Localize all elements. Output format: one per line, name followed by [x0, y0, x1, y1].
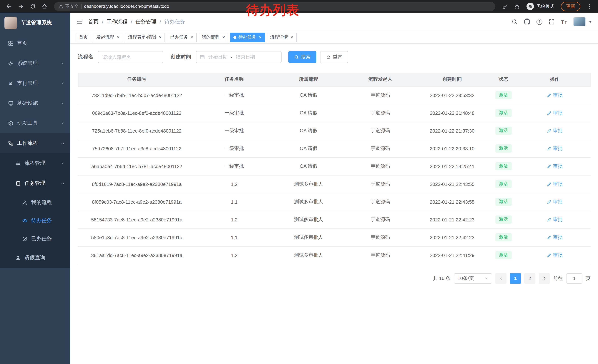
approve-link[interactable]: 审批 [547, 127, 562, 134]
sidebar-item-2[interactable]: ¥支付管理 [0, 73, 70, 93]
pagination: 共 16 条 10条/页 1 2 [78, 273, 590, 283]
navbar-actions: ? TT [512, 17, 592, 26]
approve-link[interactable]: 审批 [547, 110, 562, 116]
approve-link[interactable]: 审批 [547, 252, 562, 259]
home-icon[interactable] [39, 1, 50, 11]
font-size-icon[interactable]: TT [561, 19, 567, 24]
close-icon[interactable]: × [159, 35, 162, 40]
approve-link[interactable]: 审批 [547, 145, 562, 152]
breadcrumb-separator: / [102, 19, 103, 25]
search-icon[interactable] [512, 19, 517, 25]
kebab-menu-icon[interactable] [584, 1, 594, 11]
approve-link[interactable]: 审批 [547, 163, 562, 170]
sidebar-item-4[interactable]: 研发工具 [0, 113, 70, 133]
approve-link[interactable]: 审批 [547, 92, 562, 98]
cell-initiator: 芋道源码 [344, 246, 416, 264]
back-icon[interactable] [4, 1, 14, 11]
pen-icon [547, 253, 551, 257]
forward-icon[interactable] [16, 1, 26, 11]
tab-label: 首页 [79, 34, 88, 40]
bookmark-star-icon[interactable] [512, 1, 522, 11]
status-badge: 激活 [495, 127, 512, 135]
breadcrumb-item-0[interactable]: 首页 [88, 18, 99, 25]
next-page-button[interactable] [539, 273, 550, 283]
breadcrumb-item-1[interactable]: 工作流程 [107, 18, 127, 25]
cell-id: 381aa1dd-7ac8-11ec-a9e2-a2380e71991a [78, 246, 196, 264]
cell-id: 069c6a63-7b8a-11ec-8ef0-acde48001122 [78, 104, 196, 122]
page-size-select[interactable]: 10条/页 [454, 273, 492, 283]
chevron-down-icon [61, 81, 65, 85]
close-icon[interactable]: × [259, 35, 262, 40]
approve-link[interactable]: 审批 [547, 181, 562, 187]
prev-page-button[interactable] [495, 273, 507, 283]
sidebar-item-3[interactable]: 基础设施 [0, 93, 70, 113]
tab-0[interactable]: 首页 [75, 32, 91, 42]
help-icon[interactable]: ? [536, 19, 542, 25]
page-button-2[interactable]: 2 [524, 273, 535, 283]
avatar[interactable] [573, 17, 586, 26]
tab-4[interactable]: 我的流程× [199, 32, 228, 42]
incognito-label: 无痕模式 [537, 3, 554, 9]
sidebar-item-9[interactable]: 待办任务 [0, 211, 70, 230]
cell-initiator: 芋道源码 [344, 86, 416, 104]
cell-process: 测试多审批人 [273, 228, 345, 246]
sidebar-item-11[interactable]: 请假查询 [0, 248, 70, 268]
approve-link[interactable]: 审批 [547, 234, 562, 241]
breadcrumb-item-3: 待办任务 [164, 18, 185, 25]
close-icon[interactable]: × [222, 35, 225, 40]
approve-link[interactable]: 审批 [547, 198, 562, 205]
tab-label: 我的流程 [202, 34, 220, 40]
hamburger-icon[interactable] [76, 18, 83, 25]
sidebar-item-8[interactable]: 我的流程 [0, 193, 70, 211]
fullscreen-icon[interactable] [548, 19, 555, 25]
tab-3[interactable]: 已办任务× [167, 32, 197, 42]
search-button[interactable]: 搜索 [288, 51, 316, 63]
process-name-label: 流程名 [78, 54, 93, 60]
security-status[interactable]: 不安全 [58, 3, 79, 9]
tab-2[interactable]: 流程表单-编辑× [125, 32, 165, 42]
cell-id: 73211d9d-7b9b-11ec-b5b7-acde48001122 [78, 86, 196, 104]
close-icon[interactable]: × [291, 35, 293, 40]
table-row: 725a1eb6-7b88-11ec-8ef0-acde48001122一级审批… [78, 122, 590, 140]
screen: 不安全 dashboard.yudao.iocoder.cn/bpm/task/… [0, 0, 598, 364]
cell-id: 58154733-7ac8-11ec-a9e2-a2380e71991a [78, 211, 196, 228]
chevron-down-icon [61, 162, 65, 165]
logo[interactable]: 芋道管理系统 [0, 13, 70, 33]
sidebar-item-7[interactable]: 任务管理 [0, 173, 70, 193]
tab-6[interactable]: 流程详情× [267, 32, 297, 42]
sidebar-item-10[interactable]: 已办任务 [0, 230, 70, 248]
date-range-picker[interactable]: 开始日期 - 结束日期 [196, 51, 282, 63]
tab-label: 发起流程 [96, 34, 114, 40]
reset-button[interactable]: 重置 [320, 51, 348, 63]
approve-link[interactable]: 审批 [547, 216, 562, 223]
caret-down-icon[interactable] [588, 20, 592, 24]
sidebar-item-6[interactable]: 流程管理 [0, 153, 70, 173]
status-badge: 激活 [495, 216, 512, 224]
sidebar-item-1[interactable]: 系统管理 [0, 53, 70, 73]
cell-created: 2022-01-21 22:43:55 [416, 193, 488, 211]
update-button[interactable]: 更新 [561, 2, 580, 11]
key-icon[interactable] [500, 1, 510, 11]
cell-name: 一级审批 [196, 104, 273, 122]
end-date-placeholder: 结束日期 [236, 54, 255, 60]
sidebar-item-0[interactable]: 首页 [0, 33, 70, 53]
page-button-1[interactable]: 1 [510, 273, 521, 283]
breadcrumb-item-2[interactable]: 任务管理 [136, 18, 156, 25]
reload-icon[interactable] [27, 1, 38, 11]
close-icon[interactable]: × [117, 35, 119, 40]
github-icon[interactable] [524, 18, 530, 25]
tab-5[interactable]: 待办任务× [230, 32, 265, 42]
sidebar-item-5[interactable]: 工作流程 [0, 133, 70, 153]
chevron-down-icon [61, 61, 65, 65]
process-name-input[interactable] [98, 51, 163, 63]
tab-1[interactable]: 发起流程× [93, 32, 123, 42]
goto-page-input[interactable] [566, 273, 582, 283]
cell-initiator: 芋道源码 [344, 157, 416, 175]
cell-process: 测试多审批人 [273, 246, 345, 264]
cell-process: 测试多审批人 [273, 193, 345, 211]
goto-label: 前往 [553, 275, 563, 282]
table-row: a6aba0a4-7b6d-11ec-b781-acde48001122一级审批… [78, 157, 590, 175]
cell-name: 1.1 [196, 193, 273, 211]
column-header-6: 操作 [519, 73, 590, 86]
close-icon[interactable]: × [191, 35, 193, 40]
